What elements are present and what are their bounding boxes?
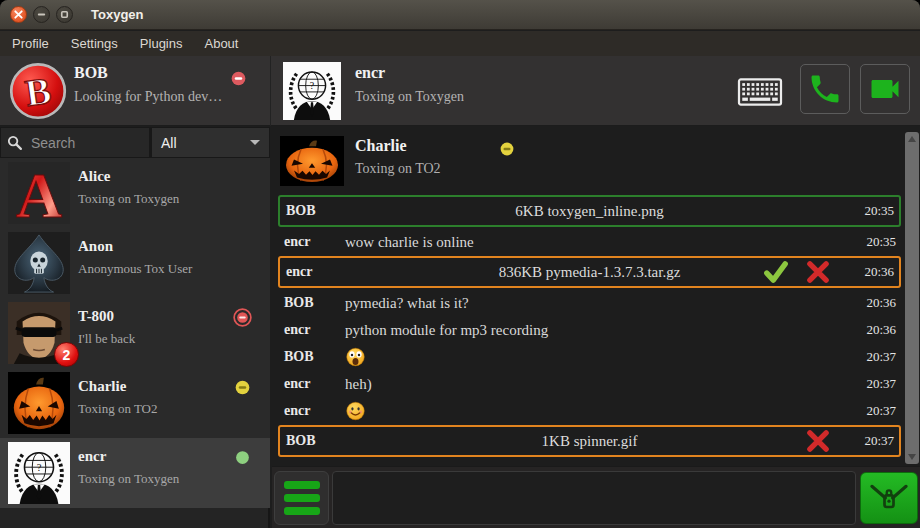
menu-about[interactable]: About: [204, 36, 238, 51]
message-list: BOB6KB toxygen_inline.png20:35encrwow ch…: [278, 194, 901, 459]
title-bar: Toxygen: [0, 0, 920, 30]
contact-list-item[interactable]: Charlie Toxing on TO2: [0, 368, 270, 438]
message-time: 20:37: [866, 349, 896, 365]
contacts-sidebar: All Alice Toxing on Toxygen Anon Anonymo…: [0, 127, 270, 528]
self-name: BOB: [74, 64, 108, 82]
message-sender: encr: [284, 234, 310, 250]
contact-list-item[interactable]: Alice Toxing on Toxygen: [0, 158, 270, 228]
self-status-message: Looking for Python dev…: [74, 89, 234, 105]
file-decline-button[interactable]: [803, 428, 833, 454]
message-time: 20:37: [864, 433, 894, 449]
message-text: wow charlie is online: [345, 234, 474, 251]
close-button[interactable]: [10, 6, 27, 23]
menu-settings[interactable]: Settings: [71, 36, 118, 51]
message-sender: encr: [284, 376, 310, 392]
chat-scrollbar[interactable]: [905, 132, 919, 464]
composer-bar: [272, 466, 920, 528]
file-accept-button[interactable]: [761, 259, 791, 285]
chat-area: Charlie Toxing on TO2 BOB6KB toxygen_inl…: [272, 127, 920, 528]
contact-filter-dropdown[interactable]: All: [150, 127, 270, 158]
contact-list-item[interactable]: Anon Anonymous Tox User: [0, 228, 270, 298]
scroll-down-arrow-icon[interactable]: [908, 454, 916, 460]
message-row: encrpython module for mp3 recording20:36: [278, 317, 901, 343]
app-window: Toxygen Profile Settings Plugins About B…: [0, 0, 920, 528]
contact-name: encr: [78, 448, 106, 465]
contact-status-icon: [233, 308, 252, 327]
scroll-up-arrow-icon[interactable]: [908, 136, 916, 142]
active-chat-avatar: [283, 62, 341, 120]
maximize-button[interactable]: [56, 6, 73, 23]
message-input[interactable]: [332, 471, 856, 525]
file-transfer-row: BOB1KB spinner.gif20:37: [278, 425, 901, 457]
message-row: BOBpymedia? what is it?20:36: [278, 290, 901, 316]
window-title: Toxygen: [91, 7, 144, 22]
contact-status-message: Toxing on Toxygen: [78, 191, 179, 207]
message-time: 20:36: [864, 264, 894, 280]
video-call-button[interactable]: [860, 64, 910, 114]
contact-list-item[interactable]: encr Toxing on Toxygen: [0, 438, 270, 508]
menu-bar: Profile Settings Plugins About: [0, 31, 920, 56]
message-time: 20:36: [866, 295, 896, 311]
active-chat-name: encr: [355, 64, 385, 82]
contact-list-item[interactable]: T-800 I'll be back 2: [0, 298, 270, 368]
contact-avatar: [8, 442, 70, 504]
chevron-down-icon: [250, 140, 260, 145]
contact-status-message: Toxing on Toxygen: [78, 471, 179, 487]
message-row: BOB20:37: [278, 344, 901, 370]
peer-avatar: [280, 136, 344, 186]
contact-name: T-800: [78, 308, 114, 325]
contact-status-icon: [235, 450, 250, 465]
unread-count-badge: 2: [54, 342, 79, 367]
keyboard-icon[interactable]: [736, 78, 784, 106]
audio-call-button[interactable]: [800, 64, 850, 114]
fearful-smiley-icon: [345, 347, 366, 368]
contact-name: Alice: [78, 168, 110, 185]
file-actions: [761, 259, 833, 285]
peer-away-status-icon: [500, 142, 514, 156]
menu-plugins[interactable]: Plugins: [140, 36, 183, 51]
message-time: 20:35: [864, 203, 894, 219]
minimize-button[interactable]: [33, 6, 50, 23]
hamburger-icon: [284, 481, 320, 489]
message-sender: BOB: [284, 349, 314, 365]
message-time: 20:37: [866, 376, 896, 392]
file-decline-button[interactable]: [803, 259, 833, 285]
contact-name: Anon: [78, 238, 113, 255]
header: BOB Looking for Python dev… encr Toxing …: [0, 56, 920, 126]
contact-status-message: I'll be back: [78, 331, 135, 347]
message-sender: encr: [284, 403, 310, 419]
message-row: encr20:37: [278, 398, 901, 424]
send-button[interactable]: [860, 472, 918, 524]
self-profile[interactable]: BOB Looking for Python dev…: [0, 56, 271, 126]
send-lock-icon: [867, 480, 911, 516]
search-row: All: [0, 127, 270, 158]
peer-status-message: Toxing on TO2: [355, 161, 441, 177]
contact-list: Alice Toxing on Toxygen Anon Anonymous T…: [0, 158, 270, 508]
message-sender: BOB: [284, 295, 314, 311]
minimize-icon: [36, 9, 47, 20]
search-box: [0, 127, 150, 158]
search-icon: [6, 134, 23, 151]
self-busy-status-icon: [231, 71, 246, 86]
menu-profile[interactable]: Profile: [12, 36, 49, 51]
contact-name: Charlie: [78, 378, 126, 395]
message-row: encrheh)20:37: [278, 371, 901, 397]
active-chat-status-message: Toxing on Toxygen: [355, 89, 464, 105]
file-transfer-name: 6KB toxygen_inline.png: [280, 203, 899, 220]
message-text: pymedia? what is it?: [345, 295, 469, 312]
contact-avatar: [8, 232, 70, 294]
message-time: 20:37: [866, 403, 896, 419]
search-input[interactable]: [29, 134, 144, 152]
contact-avatar: [8, 372, 70, 434]
self-avatar: [9, 62, 67, 120]
file-transfer-row: BOB6KB toxygen_inline.png20:35: [278, 195, 901, 227]
main-area: All Alice Toxing on Toxygen Anon Anonymo…: [0, 127, 920, 528]
phone-icon: [807, 71, 843, 107]
contact-status-message: Toxing on TO2: [78, 401, 158, 417]
contact-status-icon: [235, 380, 250, 395]
message-sender: encr: [284, 322, 310, 338]
file-actions: [803, 428, 833, 454]
smile-smiley-icon: [345, 401, 366, 422]
chat-menu-button[interactable]: [274, 471, 329, 525]
contact-status-message: Anonymous Tox User: [78, 261, 192, 277]
